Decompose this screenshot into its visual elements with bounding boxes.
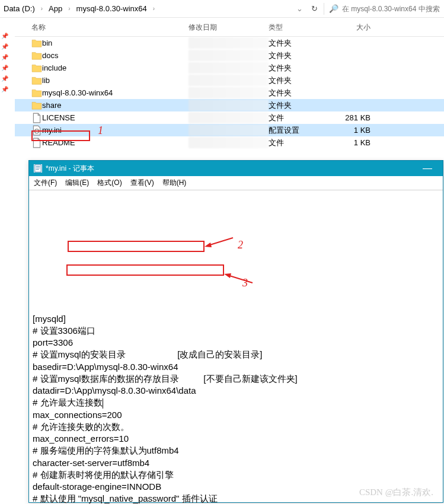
file-icon: [31, 113, 42, 123]
file-name: share: [42, 101, 189, 110]
file-name: mysql-8.0.30-winx64: [42, 88, 189, 97]
notepad-line: [mysqld]: [33, 313, 439, 325]
notepad-line: port=3306: [33, 337, 439, 349]
notepad-line: # 设置mysql的安装目录 [改成自己的安装目录]: [33, 349, 439, 361]
col-header-date[interactable]: 修改日期: [189, 23, 269, 33]
menu-edit[interactable]: 编辑(E): [65, 178, 89, 188]
notepad-line: max_connect_errors=10: [33, 433, 439, 445]
notepad-line: max_connections=200: [33, 409, 439, 421]
file-row[interactable]: include文件夹: [15, 62, 444, 74]
pin-icon: 📌: [1, 86, 8, 92]
notepad-body[interactable]: 2 3 [mysqld]# 设置3306端口port=3306# 设置mysql…: [29, 190, 443, 504]
svg-point-1: [36, 130, 37, 132]
notepad-line: # 允许最大连接数: [33, 397, 439, 409]
notepad-line: datadir=D:\App\mysql-8.0.30-winx64\data: [33, 385, 439, 397]
file-date: [189, 37, 269, 49]
pin-icon: 📌: [1, 54, 8, 60]
breadcrumb-item[interactable]: App: [45, 2, 66, 15]
file-date: [189, 137, 269, 148]
svg-marker-7: [205, 243, 212, 247]
file-date: [189, 75, 269, 86]
file-name: my.ini: [42, 126, 189, 135]
ini-icon: [31, 125, 42, 136]
menu-format[interactable]: 格式(O): [97, 178, 122, 188]
col-header-type[interactable]: 类型: [269, 23, 340, 33]
folder-icon: [31, 63, 42, 74]
search-icon: 🔎: [329, 4, 338, 13]
notepad-line: character-set-server=utf8mb4: [33, 457, 439, 469]
file-date: [189, 100, 269, 111]
file-row[interactable]: LICENSE文件281 KB: [15, 111, 444, 124]
svg-rect-2: [35, 165, 41, 172]
pin-icon: 📌: [1, 33, 8, 39]
file-type: 文件夹: [269, 88, 340, 98]
notepad-window: *my.ini - 记事本 — 文件(F) 编辑(E) 格式(O) 查看(V) …: [28, 160, 443, 503]
menu-help[interactable]: 帮助(H): [162, 178, 187, 188]
file-size: 281 KB: [340, 113, 375, 122]
search-box[interactable]: 🔎: [325, 4, 444, 13]
svg-marker-9: [224, 273, 231, 278]
breadcrumb-item[interactable]: Data (D:): [0, 2, 39, 15]
file-date: [189, 125, 269, 136]
breadcrumb-item[interactable]: mysql-8.0.30-winx64: [73, 2, 151, 15]
file-type: 文件: [269, 138, 340, 148]
file-name: include: [42, 63, 189, 72]
file-row[interactable]: lib文件夹: [15, 74, 444, 87]
annotation-arrow-3: [224, 272, 254, 285]
notepad-line: # 设置3306端口: [33, 325, 439, 337]
refresh-icon[interactable]: ↻: [306, 2, 322, 15]
file-type: 文件夹: [269, 100, 340, 111]
chevron-down-icon[interactable]: ⌄: [294, 2, 305, 15]
notepad-icon: [34, 164, 42, 173]
pin-icon: 📌: [1, 65, 8, 71]
column-headers: 名称 修改日期 类型 大小: [15, 18, 444, 37]
notepad-line: # 允许连接失败的次数。: [33, 421, 439, 433]
notepad-line: # 创建新表时将使用的默认存储引擎: [33, 469, 439, 481]
notepad-line: # 服务端使用的字符集默认为utf8mb4: [33, 445, 439, 457]
folder-icon: [31, 75, 42, 86]
file-row[interactable]: bin文件夹: [15, 37, 444, 49]
pin-icon: 📌: [1, 43, 8, 50]
file-date: [189, 62, 269, 74]
svg-line-8: [228, 275, 253, 283]
file-name: lib: [42, 76, 189, 85]
notepad-line: # 设置mysql数据库的数据的存放目录 [不要自己新建该文件夹]: [33, 373, 439, 385]
file-size: 1 KB: [340, 138, 375, 147]
file-type: 文件夹: [269, 63, 340, 74]
pin-icon: 📌: [1, 75, 8, 82]
folder-icon: [31, 100, 42, 111]
file-name: bin: [42, 39, 189, 47]
file-row[interactable]: README文件1 KB: [15, 136, 444, 149]
file-row[interactable]: share文件夹: [15, 99, 444, 111]
notepad-titlebar[interactable]: *my.ini - 记事本 —: [29, 161, 443, 176]
chevron-right-icon: ›: [152, 5, 156, 12]
col-header-name[interactable]: 名称: [31, 23, 189, 33]
breadcrumb-bar: Data (D:) › App › mysql-8.0.30-winx64 › …: [0, 0, 444, 18]
file-row[interactable]: my.ini配置设置1 KB: [15, 124, 444, 136]
menu-file[interactable]: 文件(F): [34, 178, 57, 188]
notepad-line: basedir=D:\App\mysql-8.0.30-winx64: [33, 361, 439, 373]
file-type: 文件夹: [269, 75, 340, 86]
file-row[interactable]: mysql-8.0.30-winx64文件夹: [15, 87, 444, 99]
file-row[interactable]: docs文件夹: [15, 49, 444, 62]
menu-view[interactable]: 查看(V): [130, 178, 154, 188]
chevron-right-icon: ›: [67, 5, 71, 12]
file-type: 文件夹: [269, 50, 340, 61]
file-type: 文件夹: [269, 38, 340, 49]
search-input[interactable]: [342, 5, 440, 13]
file-type: 文件: [269, 113, 340, 123]
notepad-menu: 文件(F) 编辑(E) 格式(O) 查看(V) 帮助(H): [29, 176, 443, 190]
col-header-size[interactable]: 大小: [340, 23, 375, 33]
watermark: CSDN @白茶.清欢.: [359, 487, 433, 498]
svg-line-6: [208, 238, 233, 245]
file-size: 1 KB: [340, 126, 375, 135]
minimize-icon[interactable]: —: [417, 161, 438, 176]
notepad-title: *my.ini - 记事本: [46, 164, 94, 174]
file-type: 配置设置: [269, 125, 340, 136]
file-name: LICENSE: [42, 113, 189, 122]
chevron-right-icon: ›: [40, 5, 44, 12]
folder-icon: [31, 50, 42, 61]
file-name: docs: [42, 51, 189, 60]
folder-icon: [31, 88, 42, 98]
folder-icon: [31, 38, 42, 49]
